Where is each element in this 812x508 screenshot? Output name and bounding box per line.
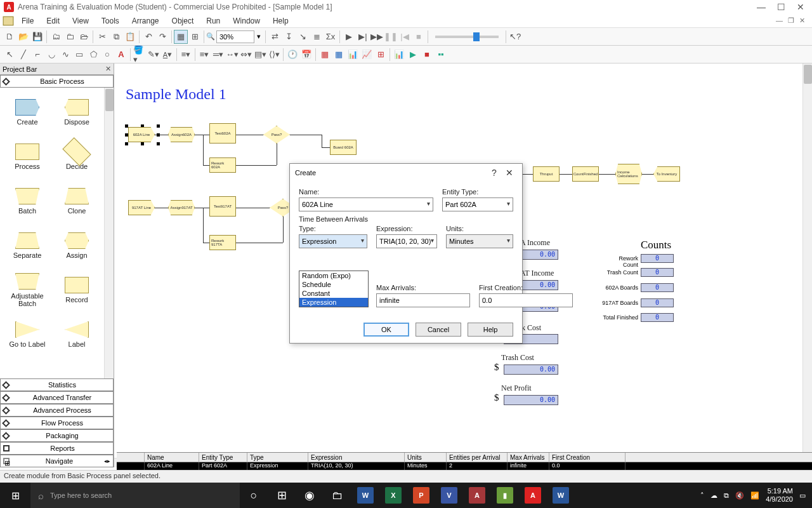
zoom-dropdown-button[interactable]: ▾ <box>254 32 263 41</box>
module-dispose[interactable]: Dispose <box>52 90 102 135</box>
menu-help[interactable]: Help <box>266 15 295 27</box>
line-color-button[interactable]: ✎▾ <box>147 48 160 62</box>
block-rework-917ta[interactable]: Rework 917TA <box>209 235 236 250</box>
panel-reports[interactable]: Reports <box>0 442 114 455</box>
pointer-tool[interactable]: ↖ <box>3 48 16 62</box>
panel-navigate[interactable]: ⊞Navigate◂▸ <box>0 455 114 467</box>
cut-button[interactable]: ✂ <box>95 30 109 44</box>
block-income-calc[interactable]: Income Calculations <box>615 164 642 184</box>
grid-header[interactable]: Name <box>145 453 199 462</box>
menu-edit[interactable]: Edit <box>40 15 66 27</box>
taskbar-app-word2[interactable]: W <box>547 483 575 508</box>
tray-clock[interactable]: 5:19 AM 4/9/2020 <box>766 487 793 504</box>
box-tool[interactable]: ▭ <box>72 48 86 62</box>
paste-button[interactable]: 📋 <box>123 30 137 44</box>
resource-button[interactable]: 📊 <box>392 48 406 62</box>
search-box[interactable]: ⌕ Type here to search <box>30 483 240 508</box>
tray-dropbox-icon[interactable]: ⧉ <box>724 491 729 500</box>
start-button[interactable]: ⊞ <box>0 483 30 508</box>
submodel-button[interactable]: ↧ <box>282 30 296 44</box>
connect-button[interactable]: ↘ <box>296 30 310 44</box>
go-button[interactable]: ▶ <box>342 30 356 44</box>
panel-flow-process[interactable]: Flow Process <box>0 417 114 429</box>
zoom-input[interactable] <box>216 30 254 43</box>
taskbar-app-visio[interactable]: V <box>435 483 463 508</box>
block-thruput[interactable]: Thruput <box>533 166 560 182</box>
menu-file[interactable]: File <box>15 15 40 27</box>
spreadsheet[interactable]: NameEntity TypeTypeExpressionUnitsEntiti… <box>117 452 812 470</box>
expression-input[interactable] <box>376 234 437 248</box>
variable-button[interactable]: ▦ <box>318 48 332 62</box>
text-tool[interactable]: A <box>114 48 128 62</box>
grid-cell[interactable]: TRIA(10, 20, 30) <box>308 462 405 470</box>
grid-header[interactable]: Type <box>247 453 308 462</box>
step-button[interactable]: ▶| <box>356 30 370 44</box>
polyline-tool[interactable]: ⌐ <box>30 48 44 62</box>
entity-type-select[interactable] <box>442 197 513 211</box>
text-color-button[interactable]: A▾ <box>160 48 174 62</box>
grid-cell[interactable]: 602A Line <box>145 462 199 470</box>
grid-header[interactable]: Units <box>405 453 447 462</box>
plot-button[interactable]: 📈 <box>360 48 374 62</box>
block-pass-1[interactable]: Pass? <box>263 126 290 144</box>
canvas-vscrollbar[interactable] <box>802 64 812 458</box>
template-button[interactable]: 🗂 <box>49 30 63 44</box>
taskbar-app-chrome[interactable]: ◉ <box>296 483 324 508</box>
group-button[interactable]: ▪▪ <box>434 48 448 62</box>
tray-wifi-icon[interactable]: 📶 <box>750 491 759 500</box>
menu-object[interactable]: Object <box>166 15 200 27</box>
fastforward-button[interactable]: ▶▶ <box>370 30 384 44</box>
module-batch[interactable]: Batch <box>3 179 52 224</box>
menu-tools[interactable]: Tools <box>95 15 126 27</box>
detach-button[interactable]: 🗁 <box>77 30 91 44</box>
line-style-button[interactable]: ≡▾ <box>197 48 211 62</box>
taskbar-app-taskview[interactable]: ⊞ <box>268 483 296 508</box>
module-adjustable-batch[interactable]: Adjustable Batch <box>3 268 52 312</box>
arrow-style2-button[interactable]: ⇔▾ <box>239 48 253 62</box>
block-917at-line[interactable]: 917AT Line <box>128 200 155 215</box>
new-button[interactable]: 🗋 <box>3 30 16 44</box>
grid-header[interactable]: Entity Type <box>199 453 247 462</box>
polygon-tool[interactable]: ⬠ <box>86 48 100 62</box>
module-process[interactable]: Process <box>3 135 52 179</box>
type-option-random[interactable]: Random (Expo) <box>299 271 368 280</box>
grid-cell[interactable]: Minutes <box>405 462 447 470</box>
mdi-restore-button[interactable]: ❐ <box>786 17 796 25</box>
grid-cell[interactable]: 2 <box>447 462 508 470</box>
taskbar-app-app1[interactable]: ▮ <box>491 483 519 508</box>
block-602a-line[interactable]: 602A Line <box>128 127 155 142</box>
block-test-602a[interactable]: Test602A <box>209 123 236 144</box>
panel-packaging[interactable]: Packaging <box>0 429 114 442</box>
panel-statistics[interactable]: Statistics <box>0 378 114 391</box>
line-pattern-button[interactable]: ═▾ <box>211 48 225 62</box>
level-button[interactable]: ▦ <box>332 48 346 62</box>
block-test-917at[interactable]: Test917AT <box>209 196 236 217</box>
line-width-button[interactable]: ≡▾ <box>179 48 193 62</box>
system-tray[interactable]: ˄ ☁ ⧉ 🔇 📶 5:19 AM 4/9/2020 ▭ <box>694 487 812 504</box>
module-go-to-label[interactable]: Go to Label <box>3 312 52 357</box>
block-assign-917at[interactable]: Assign917AT <box>168 200 195 215</box>
grid-header[interactable]: Max Arrivals <box>508 453 549 462</box>
taskbar-app-word[interactable]: W <box>351 483 379 508</box>
ok-button[interactable]: OK <box>363 323 409 337</box>
bezier-tool[interactable]: ∿ <box>58 48 72 62</box>
max-arrivals-input[interactable] <box>376 293 470 307</box>
grid-header[interactable]: Expression <box>308 453 405 462</box>
global-button[interactable]: ▶ <box>406 48 420 62</box>
snap-button[interactable]: ⊞ <box>188 30 202 44</box>
dialog-help-button[interactable]: ? <box>487 168 502 178</box>
label-button[interactable]: ≣ <box>310 30 324 44</box>
station-button[interactable]: ■ <box>420 48 434 62</box>
close-button[interactable]: ✕ <box>797 2 804 12</box>
arc-tool[interactable]: ◡ <box>44 48 58 62</box>
menu-run[interactable]: Run <box>200 15 226 27</box>
units-select[interactable] <box>446 234 513 248</box>
layers-button[interactable]: ▦ <box>174 30 188 44</box>
project-bar-close-button[interactable]: ✕ <box>105 65 111 73</box>
pause-button[interactable]: ❚❚ <box>384 30 398 44</box>
dialog-close-button[interactable]: ✕ <box>502 168 517 178</box>
grid-header[interactable] <box>117 453 145 462</box>
start-over-button[interactable]: |◀ <box>398 30 412 44</box>
module-record[interactable]: Record <box>52 268 102 312</box>
context-help-button[interactable]: ↖? <box>508 30 522 44</box>
